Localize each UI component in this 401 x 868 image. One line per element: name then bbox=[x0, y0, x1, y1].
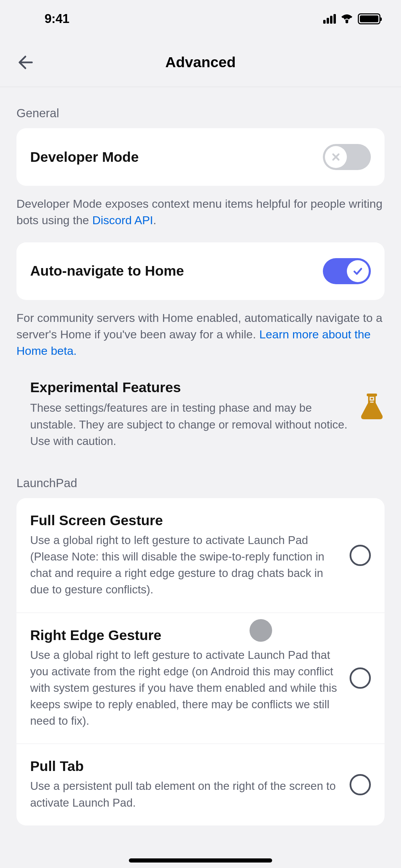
flask-icon bbox=[359, 393, 385, 423]
right-edge-gesture-title: Right Edge Gesture bbox=[30, 627, 340, 643]
full-screen-gesture-radio[interactable] bbox=[350, 545, 371, 566]
developer-mode-label: Developer Mode bbox=[30, 149, 139, 165]
svg-point-0 bbox=[345, 21, 348, 23]
svg-rect-1 bbox=[367, 394, 377, 396]
full-screen-gesture-desc: Use a global right to left gesture to ac… bbox=[30, 532, 340, 598]
pull-tab-radio[interactable] bbox=[350, 774, 371, 795]
discord-api-link[interactable]: Discord API bbox=[92, 214, 153, 227]
developer-mode-card: Developer Mode bbox=[16, 128, 385, 186]
section-header-general: General bbox=[0, 87, 401, 128]
auto-navigate-card: Auto-navigate to Home bbox=[16, 242, 385, 300]
section-header-launchpad: LaunchPad bbox=[0, 457, 401, 498]
home-indicator[interactable] bbox=[129, 858, 272, 863]
experimental-title: Experimental Features bbox=[30, 379, 350, 396]
back-button[interactable] bbox=[15, 52, 36, 73]
battery-icon bbox=[358, 13, 380, 24]
full-screen-gesture-option[interactable]: Full Screen Gesture Use a global right t… bbox=[16, 498, 385, 613]
full-screen-gesture-title: Full Screen Gesture bbox=[30, 513, 340, 529]
x-icon bbox=[331, 152, 341, 162]
developer-mode-row[interactable]: Developer Mode bbox=[16, 128, 385, 186]
developer-mode-toggle[interactable] bbox=[323, 144, 371, 170]
status-icons bbox=[323, 13, 380, 24]
arrow-left-icon bbox=[17, 54, 34, 71]
launchpad-card: Full Screen Gesture Use a global right t… bbox=[16, 498, 385, 825]
pull-tab-option[interactable]: Pull Tab Use a persistent pull tab eleme… bbox=[16, 744, 385, 825]
pull-tab-desc: Use a persistent pull tab element on the… bbox=[30, 778, 340, 811]
right-edge-gesture-desc: Use a global right to left gesture to ac… bbox=[30, 647, 340, 730]
status-time: 9:41 bbox=[45, 12, 69, 26]
check-icon bbox=[352, 266, 363, 277]
content: General Developer Mode Developer Mode ex… bbox=[0, 87, 401, 825]
developer-mode-description: Developer Mode exposes context menu item… bbox=[0, 186, 401, 229]
auto-navigate-label: Auto-navigate to Home bbox=[30, 263, 184, 279]
status-bar: 9:41 bbox=[0, 0, 401, 38]
auto-navigate-toggle[interactable] bbox=[323, 258, 371, 284]
right-edge-gesture-option[interactable]: Right Edge Gesture Use a global right to… bbox=[16, 613, 385, 744]
right-edge-gesture-radio[interactable] bbox=[350, 667, 371, 689]
auto-navigate-description: For community servers with Home enabled,… bbox=[0, 300, 401, 359]
page-title: Advanced bbox=[165, 54, 236, 71]
nav-header: Advanced bbox=[0, 38, 401, 87]
experimental-section: Experimental Features These settings/fea… bbox=[0, 359, 401, 457]
pull-tab-title: Pull Tab bbox=[30, 758, 340, 774]
auto-navigate-row[interactable]: Auto-navigate to Home bbox=[16, 242, 385, 300]
experimental-description: These settings/features are in testing p… bbox=[30, 400, 350, 449]
cellular-signal-icon bbox=[323, 14, 336, 24]
wifi-icon bbox=[341, 14, 353, 24]
